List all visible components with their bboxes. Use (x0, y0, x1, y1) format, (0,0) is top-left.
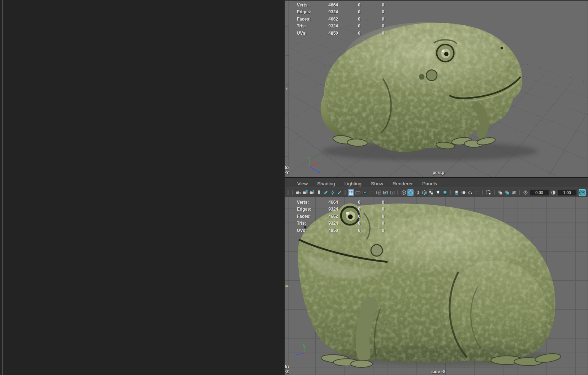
xray-joints-icon[interactable] (511, 189, 517, 196)
toolbar-grip (519, 190, 520, 195)
poly-count-hud: Verts:466400Edges:932400Faces:466200Tris… (297, 2, 384, 37)
hud-value: 4850 (319, 30, 338, 37)
hud-value: 4662 (319, 213, 338, 220)
viewport-top[interactable]: Verts:466400Edges:932400Faces:466200Tris… (285, 0, 289, 178)
depth-of-field-icon[interactable] (474, 189, 480, 196)
toolbar-grip (450, 190, 451, 195)
panel-chrome: ViewShadingLightingShowRendererPanels T0… (289, 178, 588, 197)
motion-blur-icon[interactable] (460, 189, 466, 196)
hud-value: 0 (338, 9, 360, 16)
viewport-label: persp (289, 170, 588, 175)
exposure-field[interactable]: 0.00 (530, 190, 549, 195)
shadows-icon[interactable] (442, 189, 448, 196)
hud-value: 0 (360, 213, 384, 220)
lighting-icon[interactable] (435, 189, 441, 196)
hud-label: Faces: (297, 16, 319, 23)
field-chart-icon[interactable] (375, 189, 381, 196)
hud-value: 0 (360, 16, 384, 23)
viewport-side-canvas[interactable]: Verts:466400Edges:932400Faces:466200Tris… (289, 197, 588, 375)
multisample-icon[interactable] (467, 189, 473, 196)
textured-icon[interactable] (414, 189, 420, 196)
hud-label: Faces: (297, 213, 319, 220)
viewport-persp-canvas[interactable]: Verts:466400Edges:932400Faces:466200Tris… (289, 1, 588, 177)
hud-value: 0 (360, 23, 384, 30)
viewport-front-canvas[interactable]: Verts:466400Edges:932400Faces:466200Tris… (285, 197, 289, 375)
resolution-gate-icon[interactable] (362, 189, 368, 196)
panel-chrome: ViewShadingLightingShowRendererPanels T0… (285, 178, 289, 197)
hud-value: 0 (338, 23, 360, 30)
safe-title-icon[interactable]: T (389, 189, 395, 196)
hud-value: 9324 (319, 206, 338, 213)
svg-text:y: y (308, 156, 310, 159)
hud-value: 0 (338, 30, 360, 37)
contrast-field[interactable]: 1.00 (558, 190, 576, 195)
viewport-label: front -Z (285, 364, 289, 374)
quad-view-layout: Verts:466400Edges:932400Faces:466200Tris… (0, 0, 588, 375)
panel-menubar: ViewShadingLightingShowRendererPanels (289, 180, 588, 188)
viewport-splitter[interactable] (0, 0, 285, 375)
grease-pencil-icon[interactable] (336, 189, 342, 196)
image-plane-icon[interactable] (323, 189, 329, 196)
wireframe-icon[interactable] (401, 189, 407, 196)
svg-text:y: y (303, 342, 304, 346)
frog-model-front-view[interactable] (285, 197, 289, 375)
hud-value: 0 (360, 227, 384, 234)
gamma-toggle[interactable]: ON (579, 189, 586, 196)
hud-value: 4664 (319, 2, 338, 9)
hud-label: Edges: (297, 206, 319, 213)
camera-attributes-icon[interactable] (309, 189, 315, 196)
hud-value: 0 (360, 220, 384, 227)
camera-select-icon[interactable] (295, 189, 301, 196)
viewport-label: side -X (289, 369, 588, 374)
hud-value: 9324 (319, 220, 338, 227)
menu-renderer[interactable]: Renderer (388, 180, 418, 188)
hud-value: 0 (360, 206, 384, 213)
safe-action-icon[interactable] (382, 189, 388, 196)
contrast-icon[interactable] (550, 189, 556, 196)
svg-text:z: z (293, 354, 295, 357)
viewport-label: top -Y (285, 165, 289, 175)
hud-label: Tris: (297, 23, 319, 30)
panel-menubar: ViewShadingLightingShowRendererPanels (285, 180, 289, 188)
pan-zoom-icon[interactable] (329, 189, 336, 196)
xray-icon[interactable] (497, 189, 503, 196)
viewport-front[interactable]: ViewShadingLightingShowRendererPanels T0… (285, 178, 289, 375)
use-default-material-icon[interactable] (428, 189, 434, 196)
menu-lighting[interactable]: Lighting (340, 180, 366, 188)
bookmark-icon[interactable] (316, 189, 322, 196)
grid-icon[interactable] (348, 189, 354, 196)
smooth-shade-icon[interactable] (407, 189, 414, 196)
menu-panels[interactable]: Panels (418, 180, 442, 188)
isolate-select-icon[interactable] (485, 189, 492, 196)
xray-active-icon[interactable] (504, 189, 510, 196)
wireframe-on-shaded-icon[interactable] (421, 189, 427, 196)
hud-value: 0 (338, 227, 360, 234)
toolbar-grip (397, 190, 398, 195)
hud-label: Verts: (297, 199, 319, 206)
menu-view[interactable]: View (293, 180, 312, 188)
hud-value: 0 (360, 2, 384, 9)
hud-value: 0 (338, 206, 360, 213)
hud-label: Tris: (297, 220, 319, 227)
svg-text:T: T (391, 191, 393, 194)
hud-value: 4664 (319, 199, 338, 206)
gate-mask-icon[interactable] (368, 189, 375, 196)
menu-show[interactable]: Show (366, 180, 388, 188)
hud-value: 0 (360, 30, 384, 37)
viewport-side[interactable]: ViewShadingLightingShowRendererPanels T0… (289, 178, 588, 375)
toolbar-grip (345, 190, 346, 195)
film-gate-icon[interactable] (355, 189, 361, 196)
frog-model-top-view[interactable] (285, 1, 289, 177)
panel-toolbar: T0.001.00ONsRGB g (289, 188, 588, 197)
hud-label: Verts: (297, 2, 319, 9)
menu-shading[interactable]: Shading (312, 180, 340, 188)
svg-text:x: x (318, 161, 320, 164)
occlusion-icon[interactable] (453, 189, 459, 196)
viewport-top-canvas[interactable]: Verts:466400Edges:932400Faces:466200Tris… (285, 1, 289, 177)
exposure-icon[interactable] (522, 189, 528, 196)
viewport-persp[interactable]: Verts:466400Edges:932400Faces:466200Tris… (289, 0, 588, 178)
camera-lock-icon[interactable] (302, 189, 308, 196)
toolbar-grip (292, 190, 293, 195)
hud-value: 0 (338, 16, 360, 23)
hud-value: 4850 (319, 227, 338, 234)
